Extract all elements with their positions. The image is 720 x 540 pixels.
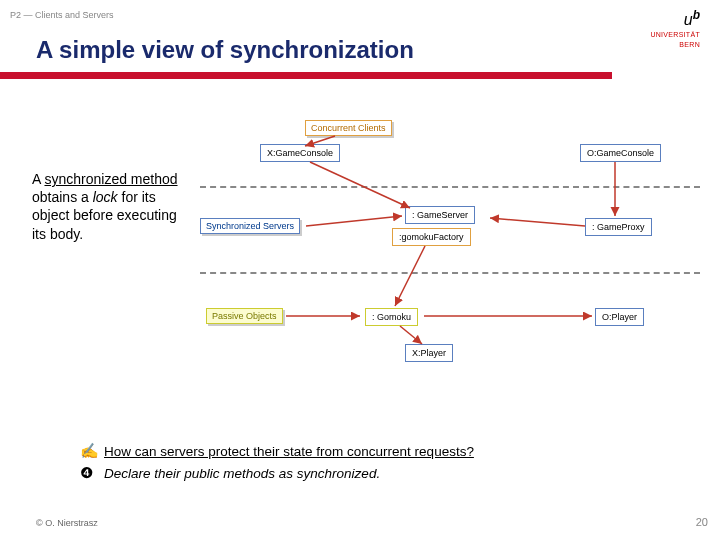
- svg-line-4: [490, 218, 585, 226]
- side-note: A synchronized method obtains a lock for…: [32, 170, 182, 243]
- qa-answer: Declare their public methods as synchron…: [104, 465, 380, 484]
- node-o-gameconsole: O:GameConsole: [580, 144, 661, 162]
- separator-1: [200, 186, 700, 188]
- university-logo: ub UNIVERSITÄT BERN: [650, 8, 700, 49]
- page-number: 20: [696, 516, 708, 528]
- question-answer: ✍ How can servers protect their state fr…: [80, 440, 474, 484]
- node-x-gameconsole: X:GameConsole: [260, 144, 340, 162]
- svg-line-3: [306, 216, 402, 226]
- svg-line-5: [395, 246, 425, 306]
- node-gomoku: : Gomoku: [365, 308, 418, 326]
- logo-b: b: [693, 8, 700, 22]
- accent-bar: [0, 72, 612, 79]
- sidenote-lock: lock: [93, 189, 118, 205]
- hand-point-icon: ❹: [80, 462, 104, 483]
- architecture-diagram: Concurrent Clients X:GameConsole O:GameC…: [200, 120, 700, 400]
- logo-text-1: UNIVERSITÄT: [650, 31, 700, 39]
- logo-ub-icon: ub: [650, 8, 700, 29]
- sidenote-t1: A: [32, 171, 44, 187]
- node-oplayer: O:Player: [595, 308, 644, 326]
- tag-passive-objects: Passive Objects: [206, 308, 283, 324]
- logo-u: u: [684, 11, 693, 28]
- page-title: A simple view of synchronization: [36, 36, 414, 64]
- separator-2: [200, 272, 700, 274]
- hand-icon: ✍: [80, 440, 104, 461]
- node-gameproxy: : GameProxy: [585, 218, 652, 236]
- svg-line-1: [310, 162, 410, 208]
- tag-concurrent-clients: Concurrent Clients: [305, 120, 392, 136]
- footer-copyright: © O. Nierstrasz: [36, 518, 98, 528]
- node-gomokufactory: :gomokuFactory: [392, 228, 471, 246]
- qa-question: How can servers protect their state from…: [104, 443, 474, 462]
- sidenote-sync: synchronized method: [44, 171, 177, 187]
- tag-synchronized-servers: Synchronized Servers: [200, 218, 300, 234]
- svg-line-7: [400, 326, 422, 344]
- node-gameserver: : GameServer: [405, 206, 475, 224]
- sidenote-t2: obtains a: [32, 189, 93, 205]
- breadcrumb: P2 — Clients and Servers: [10, 10, 114, 20]
- node-xplayer: X:Player: [405, 344, 453, 362]
- logo-text-2: BERN: [650, 41, 700, 49]
